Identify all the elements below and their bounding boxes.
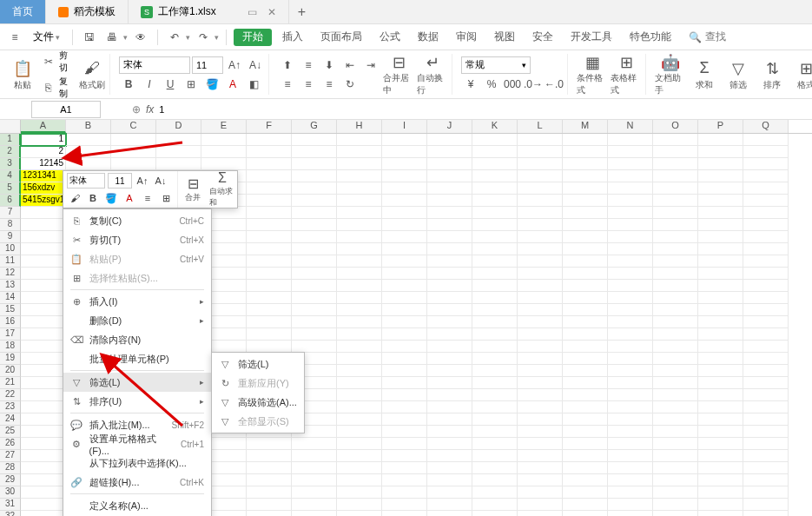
cell[interactable] — [698, 231, 743, 243]
row-header[interactable]: 13 — [0, 280, 21, 292]
cell[interactable] — [247, 231, 292, 243]
cell[interactable] — [337, 255, 382, 268]
cell[interactable] — [292, 182, 337, 195]
cell[interactable] — [698, 462, 743, 474]
cell[interactable] — [563, 195, 608, 207]
cell[interactable] — [247, 292, 292, 304]
cell[interactable] — [337, 134, 382, 146]
cell[interactable] — [518, 486, 563, 499]
cell[interactable] — [608, 231, 653, 243]
cell[interactable] — [337, 486, 382, 499]
cell[interactable] — [743, 499, 789, 511]
cell[interactable] — [247, 268, 292, 280]
cell[interactable] — [653, 328, 698, 341]
cell[interactable] — [653, 499, 698, 511]
ctx-delete[interactable]: 删除(D)▸ — [63, 311, 211, 330]
sum-button[interactable]: Σ求和 — [689, 54, 720, 96]
cell[interactable] — [518, 304, 563, 316]
cell[interactable] — [247, 243, 292, 255]
cell[interactable] — [608, 158, 653, 170]
cell[interactable] — [337, 401, 382, 413]
cell[interactable] — [382, 377, 427, 389]
cell[interactable] — [382, 341, 427, 353]
cell[interactable] — [427, 341, 472, 353]
cell[interactable] — [472, 426, 518, 438]
cell[interactable] — [743, 328, 789, 341]
cell[interactable] — [608, 474, 653, 486]
cell[interactable] — [518, 280, 563, 292]
row-header[interactable]: 32 — [0, 511, 21, 516]
ribbon-tab-features[interactable]: 特色功能 — [623, 24, 678, 50]
row-header[interactable]: 5 — [0, 182, 21, 195]
cell[interactable] — [382, 486, 427, 499]
cell[interactable] — [698, 207, 743, 219]
cell[interactable] — [21, 219, 66, 231]
cell[interactable] — [608, 207, 653, 219]
row-header[interactable]: 26 — [0, 438, 21, 450]
cell[interactable] — [698, 438, 743, 450]
cell[interactable] — [563, 426, 608, 438]
cell[interactable] — [21, 353, 66, 365]
cell[interactable] — [382, 304, 427, 316]
row-header[interactable]: 21 — [0, 377, 21, 389]
cell[interactable] — [743, 219, 789, 231]
filter-button[interactable]: ▽筛选 — [723, 54, 754, 96]
cell[interactable]: 2 — [21, 146, 66, 158]
save-icon[interactable]: 🖫 — [80, 28, 99, 47]
cell[interactable] — [382, 146, 427, 158]
cell[interactable] — [427, 511, 472, 516]
cell[interactable] — [292, 146, 337, 158]
cell[interactable] — [427, 304, 472, 316]
cell[interactable] — [608, 353, 653, 365]
col-header-L[interactable]: L — [518, 120, 563, 133]
cell[interactable] — [518, 316, 563, 328]
cell[interactable] — [743, 353, 789, 365]
cell[interactable] — [743, 474, 789, 486]
cell[interactable] — [698, 158, 743, 170]
cell[interactable] — [292, 438, 337, 450]
mini-border-button[interactable]: ⊞ — [158, 190, 174, 206]
cell[interactable] — [337, 462, 382, 474]
cell[interactable] — [337, 280, 382, 292]
cell[interactable] — [518, 158, 563, 170]
border-button[interactable]: ⊞ — [182, 76, 201, 93]
cell[interactable] — [337, 146, 382, 158]
cell[interactable] — [698, 280, 743, 292]
cell[interactable] — [201, 134, 247, 146]
mini-format-painter-icon[interactable]: 🖌 — [67, 190, 83, 206]
cell[interactable] — [608, 413, 653, 426]
cell[interactable] — [337, 316, 382, 328]
cell[interactable] — [21, 328, 66, 341]
cell[interactable] — [21, 304, 66, 316]
cell[interactable] — [608, 219, 653, 231]
cell[interactable] — [743, 268, 789, 280]
cell[interactable] — [247, 195, 292, 207]
cell[interactable] — [653, 438, 698, 450]
cell[interactable] — [563, 413, 608, 426]
cell[interactable] — [292, 231, 337, 243]
cell[interactable] — [427, 438, 472, 450]
cell[interactable] — [518, 462, 563, 474]
bold-button[interactable]: B — [119, 76, 138, 93]
cell[interactable] — [337, 450, 382, 462]
align-bottom-icon[interactable]: ⬇ — [320, 56, 339, 74]
cell[interactable] — [472, 328, 518, 341]
cell[interactable] — [698, 292, 743, 304]
cell[interactable] — [653, 401, 698, 413]
cell[interactable] — [608, 292, 653, 304]
cell[interactable] — [563, 170, 608, 182]
cell[interactable] — [608, 486, 653, 499]
cell[interactable] — [608, 365, 653, 377]
cell[interactable] — [608, 341, 653, 353]
cell[interactable] — [427, 219, 472, 231]
font-size-input[interactable] — [192, 56, 223, 74]
cell[interactable] — [608, 462, 653, 474]
col-header-G[interactable]: G — [292, 120, 337, 133]
close-icon[interactable]: ✕ — [267, 6, 276, 18]
row-header[interactable]: 18 — [0, 341, 21, 353]
merge-button[interactable]: ⊟合并居中 — [383, 54, 414, 96]
cell[interactable] — [337, 182, 382, 195]
cell[interactable] — [698, 377, 743, 389]
cell[interactable] — [743, 195, 789, 207]
cell[interactable] — [292, 474, 337, 486]
